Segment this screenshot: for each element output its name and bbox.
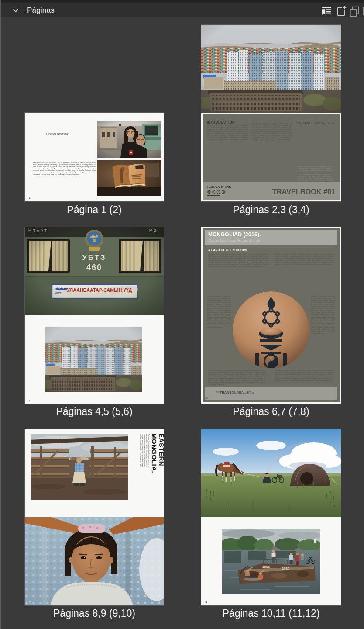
train-banner-logo: УБТЗ (55, 292, 62, 294)
trip-footer-band: THETRANSGLOBALIST ⊕ ADVENTURE TRAVEL • P… (205, 387, 337, 400)
attribution: –Jack Weatherford, Genghis Khan and the … (33, 187, 98, 190)
dedication-title: For Misha Tumurnasan (33, 129, 91, 135)
page-number: 10 (29, 601, 31, 603)
intro-column-2: Mongolia. I'm not sure what this word co… (251, 120, 292, 180)
body-text-block: Mongolia. I'm not sure what this word co… (208, 370, 266, 385)
window-reflection-text: МЗ (149, 228, 158, 233)
issue-footer: FEBRUARY 2023 ccbnd TRAVELBOOK #01 (203, 182, 340, 200)
intro-heading: INTRODUCTION (207, 120, 235, 124)
page-thumbnail-6-7[interactable]: MONGOLIAD (2015). Cycling Solo Across th… (201, 227, 341, 404)
insert-page-icon[interactable] (336, 5, 347, 17)
page-3-introduction: INTRODUCTION Vivamus vel sapien. Praesen… (201, 113, 341, 201)
photo-girl-portrait (25, 517, 164, 605)
body-text-block: Mongolia. I'm not sure what this word co… (311, 295, 335, 356)
photo-deported-book: DEPORTED (97, 160, 161, 196)
page-thumbnail-8-9[interactable]: DAY 32, KHENTII AIMAG Mongolia. I'm not … (25, 429, 164, 605)
train-banner-text: УЛААНБААТАР-ЗАМЫН ҮҮД (62, 287, 137, 293)
photo-steppe-camp (201, 429, 341, 517)
page-8-chapter-opener: DAY 32, KHENTII AIMAG Mongolia. I'm not … (25, 429, 164, 517)
photo-caption-tag: [IMAGE CAPTION] (205, 28, 235, 31)
photo-ulaanbaatar-cityscape (201, 25, 341, 113)
intro-column-1: INTRODUCTION Vivamus vel sapien. Praesen… (207, 120, 248, 180)
duplicate-page-icon[interactable] (349, 5, 360, 17)
issue-date: FEBRUARY 2023 (207, 185, 231, 189)
brand-logo: THETRANSGLOBALIST ⊕ (295, 121, 336, 125)
photo-ulaanbaatar-cityscape-small (45, 327, 142, 392)
thumbnail-label-5[interactable]: Páginas 8,9 (9,10) (16, 608, 172, 619)
dedication-line: Sister, guardian angel, and dear friend. (29, 138, 95, 141)
panel-header: Páginas (0, 3, 364, 17)
page-9-photo: 10 DAY 32, KHENTII AIMAG (25, 517, 164, 605)
delete-page-icon[interactable] (362, 5, 364, 17)
page-4-photo: НПААТ МЗ УБТЗ 460 УЛААНБААТАР-ЗАМЫН ҮҮД … (25, 227, 164, 315)
signoff-text: Keep traveling, (275, 381, 318, 384)
page-number: 8 (206, 397, 207, 399)
thumbnail-label-4[interactable]: Páginas 6,7 (7,8) (192, 406, 350, 418)
window-reflection-text: НПААТ (28, 228, 48, 233)
chapter-title: MONGOLIAD (2015). (208, 231, 261, 238)
vertical-body-text: Mongolia. I'm not sure what this word co… (140, 434, 150, 467)
train-number-line2: 460 (25, 263, 164, 272)
body-text-block: Mongolia. I'm not sure what this word co… (208, 253, 268, 294)
legal-text: Vivamus vel sapien. Praesent nisl tortor… (297, 166, 333, 181)
page-thumbnail-10-11[interactable]: [IMAGE CAPTION] (201, 429, 341, 605)
barge-year-1986: 1986 (262, 565, 270, 569)
photo-train-station-selfie (97, 121, 161, 158)
chapter-subtitle: Cycling Solo Across the Land of Khan (209, 239, 260, 242)
chapter-title-vertical: EASTERN MONGOLIA. (151, 433, 164, 500)
page-number: 12 (205, 601, 207, 603)
photo-caption-tag: [IMAGE CAPTION] (45, 394, 79, 397)
masthead-column: THETRANSGLOBALIST ⊕ ADVENTURE TRAVEL • P… (295, 121, 336, 182)
train-number-line1: УБТЗ (25, 253, 164, 262)
thumbnail-label-6[interactable]: Páginas 10,11 (11,12) (192, 608, 350, 619)
photo-soyombo-tattoo (233, 291, 309, 368)
body-text-block: Vivamus vel sapien. Praesent nisl tortor… (275, 370, 334, 382)
photo-caption: DAY 32, KHENTII AIMAG (31, 502, 70, 506)
page-10-photo: [IMAGE CAPTION] (201, 429, 341, 517)
cc-license-icons: ccbnd (207, 190, 226, 198)
panel-title: Páginas (27, 6, 55, 15)
body-text-block: Vivamus vel sapien. Praesent nisl tortor… (207, 295, 231, 356)
page-thumbnail-2-3[interactable]: [IMAGE CAPTION] INTRODUCTION Vivamus vel… (201, 25, 341, 201)
page-thumbnail-1[interactable]: For Misha Tumurnasan Sister, guardian an… (25, 113, 164, 201)
page-thumbnail-4-5[interactable]: НПААТ МЗ УБТЗ 460 УЛААНБААТАР-ЗАМЫН ҮҮД … (25, 227, 164, 404)
photo-river-barge: 1986 онд сэргээн засав 2010 онд сэргээн … (222, 529, 320, 594)
page-properties-icon[interactable] (321, 5, 332, 17)
panel-top-strip (0, 0, 364, 3)
page-number: 2 (29, 197, 30, 199)
thumbnail-label-1[interactable]: Página 1 (2) (16, 204, 172, 216)
photo-child-at-corral (31, 434, 128, 500)
panel-left-border (0, 0, 1, 629)
section-heading: A LAND OF OPEN DOORS (208, 248, 247, 252)
page-2-photo: [IMAGE CAPTION] (201, 25, 341, 113)
thumbnail-label-2[interactable]: Páginas 2,3 (3,4) (192, 204, 350, 216)
page-number: 6 (29, 400, 30, 401)
cc-url-bar (207, 195, 220, 196)
photo-caption-tag: [IMAGE CAPTION] (303, 511, 338, 514)
body-paragraph: In American terms, the accomplishment of… (33, 162, 96, 186)
image-info-tag: [IMAGE INFO] (138, 309, 161, 313)
chapter-header-band: MONGOLIAD (2015). Cycling Solo Across th… (205, 230, 337, 245)
issue-title: TRAVELBOOK #01 (272, 187, 335, 197)
thumbnail-label-3[interactable]: Páginas 4,5 (5,6) (16, 406, 172, 418)
barge-year-2010: 2010 (282, 567, 290, 570)
chevron-down-icon[interactable] (12, 7, 19, 14)
page-11-photo-page: 1986 онд сэргээн засав 2010 онд сэргээн … (201, 517, 341, 605)
photo-caption: DAY 32, KHENTII AIMAG (126, 599, 161, 602)
page-5-photo-page: [IMAGE CAPTION] 6 (25, 315, 164, 404)
photo-caption-tag: [IMAGE CAPTION] (222, 596, 257, 599)
body-text-block: Vivamus vel sapien. Praesent nisl tortor… (275, 253, 334, 294)
dedication-line: Thanks for keeping me out of a Mongolian… (27, 141, 97, 145)
brand-logo: THETRANSGLOBALIST ⊕ (216, 391, 254, 394)
